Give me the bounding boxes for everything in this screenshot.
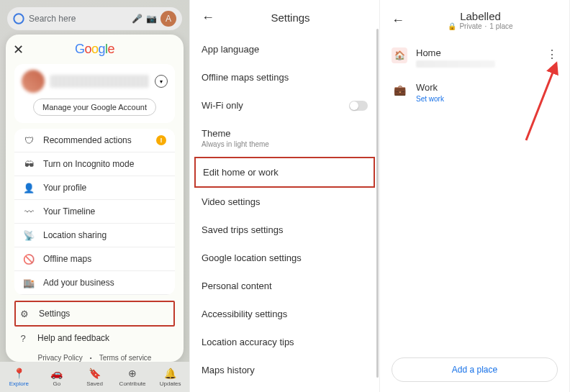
menu-item-your-profile[interactable]: 👤Your profile	[14, 176, 175, 199]
timeline-icon: 〰	[23, 206, 35, 217]
setting-maps-history[interactable]: Maps history	[202, 356, 368, 384]
settings-title: Settings	[226, 12, 355, 24]
terms-link[interactable]: Terms of service	[99, 354, 152, 362]
nav-saved[interactable]: 🔖Saved	[76, 362, 114, 392]
nav-contribute[interactable]: ⊕Contribute	[114, 362, 152, 392]
privacy-link[interactable]: Privacy Policy	[38, 354, 83, 362]
bottom-nav: 📍Explore🚗Go🔖Saved⊕Contribute🔔Updates	[0, 362, 189, 392]
gear-icon: ⚙	[19, 308, 30, 319]
close-icon[interactable]: ✕	[13, 42, 24, 58]
camera-icon[interactable]: 📷	[146, 14, 156, 24]
menu-item-offline-maps[interactable]: 🚫Offline maps	[14, 247, 175, 270]
google-g-icon	[13, 13, 24, 24]
bell-icon: 🔔	[164, 368, 176, 379]
profile-name-redacted	[50, 75, 149, 88]
menu-item-help-and-feedback[interactable]: ?Help and feedback	[14, 327, 175, 350]
place-home[interactable]: 🏠 Home ⋮	[380, 40, 569, 75]
profile-block[interactable]: ▾ Manage your Google Account	[14, 64, 175, 123]
labelled-header: ← Labelled 🔒 Private · 1 place	[380, 0, 569, 40]
setting-personal-content[interactable]: Personal content	[202, 272, 368, 300]
settings-header: ← Settings	[190, 0, 379, 35]
footer-links: Privacy Policy • Terms of service	[6, 354, 184, 362]
menu-group-2: ⚙Settings?Help and feedback	[14, 301, 175, 350]
menu-item-settings[interactable]: ⚙Settings	[14, 301, 175, 327]
wifi-toggle[interactable]	[349, 101, 368, 111]
google-logo: Google	[6, 42, 184, 57]
store-icon: 🏬	[23, 277, 35, 288]
nav-go[interactable]: 🚗Go	[38, 362, 76, 392]
setting-theme[interactable]: ThemeAlways in light theme	[202, 119, 368, 157]
setting-app-language[interactable]: App language	[202, 35, 368, 63]
setting-electric-vehicle-settings[interactable]: Electric vehicle settings	[202, 384, 368, 392]
home-address-redacted	[416, 60, 495, 68]
set-work-link[interactable]: Set work	[416, 95, 558, 103]
labelled-title: Labelled	[416, 10, 545, 22]
settings-list: App languageOffline maps settingsWi-Fi o…	[190, 35, 379, 392]
menu-item-your-data-in-maps[interactable]: 🛡Your data in Maps	[14, 294, 175, 295]
alert-badge: !	[156, 135, 166, 145]
share-icon: 📡	[23, 229, 35, 241]
pin-icon: 📍	[13, 368, 25, 379]
place-work[interactable]: 💼 Work Set work	[380, 75, 569, 110]
setting-saved-trips-settings[interactable]: Saved trips settings	[202, 216, 368, 244]
chevron-down-icon[interactable]: ▾	[155, 75, 168, 88]
person-icon: 👤	[23, 182, 35, 193]
search-placeholder: Search here	[29, 14, 127, 24]
home-icon: 🏠	[392, 47, 407, 63]
menu-item-location-sharing[interactable]: 📡Location sharing	[14, 223, 175, 247]
account-sheet: ✕ Google ▾ Manage your Google Account 🛡R…	[6, 35, 184, 362]
setting-google-location-settings[interactable]: Google location settings	[202, 244, 368, 272]
back-icon[interactable]: ←	[392, 13, 404, 28]
search-bar[interactable]: Search here 🎤 📷 A	[7, 7, 182, 30]
car-icon: 🚗	[50, 368, 63, 379]
setting-location-accuracy-tips[interactable]: Location accuracy tips	[202, 328, 368, 356]
setting-accessibility-settings[interactable]: Accessibility settings	[202, 300, 368, 328]
incognito-icon: 🕶	[23, 158, 35, 170]
menu-item-turn-on-incognito-mode[interactable]: 🕶Turn on Incognito mode	[14, 152, 175, 176]
offline-icon: 🚫	[23, 253, 35, 265]
mic-icon[interactable]: 🎤	[132, 14, 142, 24]
shield-icon: 🛡	[23, 135, 35, 146]
bookmark-icon: 🔖	[89, 368, 101, 379]
setting-offline-maps-settings[interactable]: Offline maps settings	[202, 63, 368, 91]
more-icon[interactable]: ⋮	[546, 47, 558, 60]
nav-explore[interactable]: 📍Explore	[0, 362, 38, 392]
manage-account-button[interactable]: Manage your Google Account	[33, 99, 156, 116]
setting-video-settings[interactable]: Video settings	[202, 188, 368, 216]
lock-icon: 🔒	[448, 22, 456, 30]
avatar[interactable]: A	[160, 11, 176, 27]
menu-item-add-your-business[interactable]: 🏬Add your business	[14, 270, 175, 294]
home-label: Home	[416, 47, 538, 58]
menu-item-recommended-actions[interactable]: 🛡Recommended actions!	[14, 129, 175, 152]
svg-point-0	[14, 14, 23, 23]
labelled-subtitle: 🔒 Private · 1 place	[416, 22, 545, 30]
profile-avatar	[22, 70, 45, 93]
nav-updates[interactable]: 🔔Updates	[151, 362, 189, 392]
menu-item-your-timeline[interactable]: 〰Your Timeline	[14, 199, 175, 223]
work-icon: 💼	[392, 82, 407, 98]
menu-group-1: 🛡Recommended actions!🕶Turn on Incognito …	[14, 129, 175, 295]
work-label: Work	[416, 82, 558, 93]
plus-icon: ⊕	[128, 368, 137, 379]
panel-settings: ← Settings App languageOffline maps sett…	[190, 0, 380, 392]
back-icon[interactable]: ←	[202, 10, 214, 25]
add-place-button[interactable]: Add a place	[392, 357, 558, 382]
setting-wi-fi-only[interactable]: Wi-Fi only	[202, 91, 368, 119]
panel-labelled: ← Labelled 🔒 Private · 1 place 🏠 Home ⋮ …	[380, 0, 570, 392]
scrollbar[interactable]	[376, 29, 379, 378]
help-icon: ?	[17, 332, 29, 344]
panel-account-menu: Search here 🎤 📷 A ✕ Google ▾ Manage your…	[0, 0, 190, 392]
setting-edit-home-or-work[interactable]: Edit home or work	[194, 157, 375, 188]
